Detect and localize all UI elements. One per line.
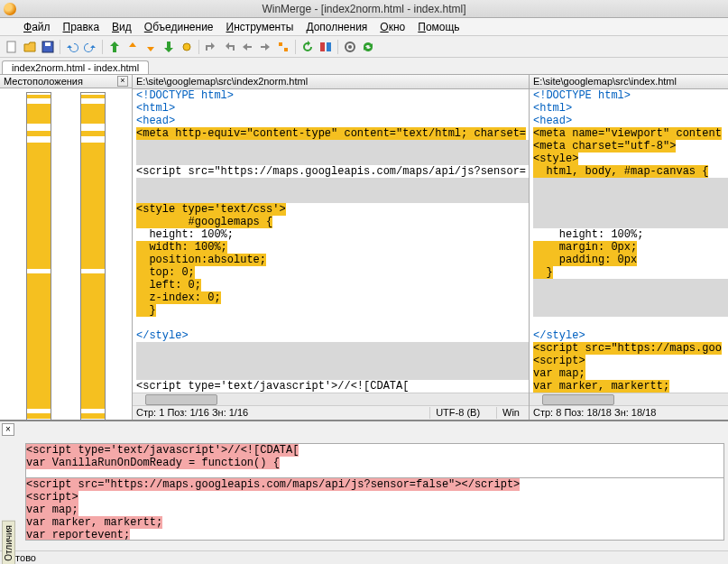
menu-file[interactable]: Файл	[18, 19, 56, 35]
menu-merge[interactable]: Объединение	[139, 19, 219, 35]
location-strip-left[interactable]	[26, 92, 51, 426]
right-pos: Стр: 8 Поз: 18/18 Зн: 18/18	[533, 407, 656, 419]
right-code[interactable]: <!DOCTYPE html><html><head><meta name="v…	[530, 89, 728, 393]
right-file-path: E:\site\googlemap\src\index.html	[530, 75, 728, 89]
new-icon[interactable]	[4, 39, 20, 55]
svg-point-8	[348, 45, 352, 49]
diff-next-icon[interactable]	[143, 39, 159, 55]
encoding: UTF-8 (B)	[429, 407, 485, 419]
workspace: Местоположения × E:\site\googlem	[0, 74, 728, 420]
svg-rect-5	[320, 42, 325, 51]
diff-tab-label[interactable]: Отличия	[2, 521, 15, 564]
right-status: Стр: 8 Поз: 18/18 Зн: 18/18	[530, 405, 728, 420]
copy-left-all-icon[interactable]	[257, 39, 273, 55]
right-file-pane: E:\site\googlemap\src\index.html <!DOCTY…	[530, 75, 728, 420]
menu-tools[interactable]: Инструменты	[221, 19, 299, 35]
left-code[interactable]: <!DOCTYPE html><html><head><meta http-eq…	[133, 89, 529, 393]
all-icon[interactable]	[318, 39, 334, 55]
left-file-path: E:\site\googlemap\src\index2norm.html	[133, 75, 529, 89]
diff-last-icon[interactable]	[161, 39, 177, 55]
refresh-icon[interactable]	[299, 39, 316, 55]
diff-curr-icon[interactable]	[179, 39, 195, 55]
copy-right-all-icon[interactable]	[239, 39, 255, 55]
document-tabs: index2norm.html - index.html	[0, 58, 728, 74]
titlebar: WinMerge - [index2norm.html - index.html…	[0, 0, 728, 18]
location-body[interactable]	[0, 88, 132, 430]
location-pane: Местоположения ×	[0, 75, 133, 420]
save-icon[interactable]	[40, 39, 56, 55]
redo-icon[interactable]	[82, 39, 98, 55]
location-header: Местоположения ×	[0, 75, 132, 88]
menu-view[interactable]: Вид	[106, 19, 137, 35]
close-diff-icon[interactable]: ×	[2, 423, 14, 436]
eol: Win	[496, 407, 525, 419]
svg-point-4	[183, 43, 190, 51]
svg-rect-1	[7, 42, 15, 52]
location-title: Местоположения	[4, 76, 83, 87]
left-status: Стр: 1 Поз: 1/16 Зн: 1/16 UTF-8 (B) Win	[133, 405, 529, 420]
svg-rect-3	[45, 42, 51, 46]
options-icon[interactable]	[342, 39, 358, 55]
refresh2-icon[interactable]	[360, 39, 376, 55]
toolbar	[0, 36, 728, 58]
svg-rect-6	[327, 42, 331, 51]
diff-detail-pane: × Отличия <script type='text/javascript'…	[0, 420, 728, 550]
menu-window[interactable]: Окно	[374, 19, 410, 35]
undo-icon[interactable]	[64, 39, 80, 55]
left-pos: Стр: 1 Поз: 1/16 Зн: 1/16	[136, 407, 248, 419]
tab-active[interactable]: index2norm.html - index.html	[2, 60, 149, 74]
menu-help[interactable]: Помощь	[412, 19, 465, 35]
diff-top[interactable]: <script type='text/javascript'>//<![CDAT…	[25, 443, 724, 481]
diff-first-icon[interactable]	[106, 39, 123, 55]
window-title: WinMerge - [index2norm.html - index.html…	[262, 3, 465, 15]
app-icon	[4, 3, 16, 15]
diff-prev-icon[interactable]	[124, 39, 141, 55]
left-file-pane: E:\site\googlemap\src\index2norm.html <!…	[133, 75, 530, 420]
location-strip-right[interactable]	[80, 92, 106, 426]
app-menu-icon[interactable]	[5, 19, 16, 35]
statusbar: Готово	[0, 550, 728, 564]
menu-plugins[interactable]: Дополнения	[300, 19, 373, 35]
open-icon[interactable]	[22, 39, 38, 55]
menubar[interactable]: Файл Правка Вид Объединение Инструменты …	[0, 18, 728, 36]
right-hscroll[interactable]	[530, 393, 728, 405]
copy-left-icon[interactable]	[221, 39, 237, 55]
menu-edit[interactable]: Правка	[58, 19, 106, 35]
diff-bottom[interactable]: <script src="https://maps.googleapis.com…	[25, 477, 724, 541]
merge-icon[interactable]	[275, 39, 291, 55]
left-hscroll[interactable]	[133, 393, 529, 405]
close-icon[interactable]: ×	[117, 76, 128, 87]
copy-right-icon[interactable]	[203, 39, 219, 55]
